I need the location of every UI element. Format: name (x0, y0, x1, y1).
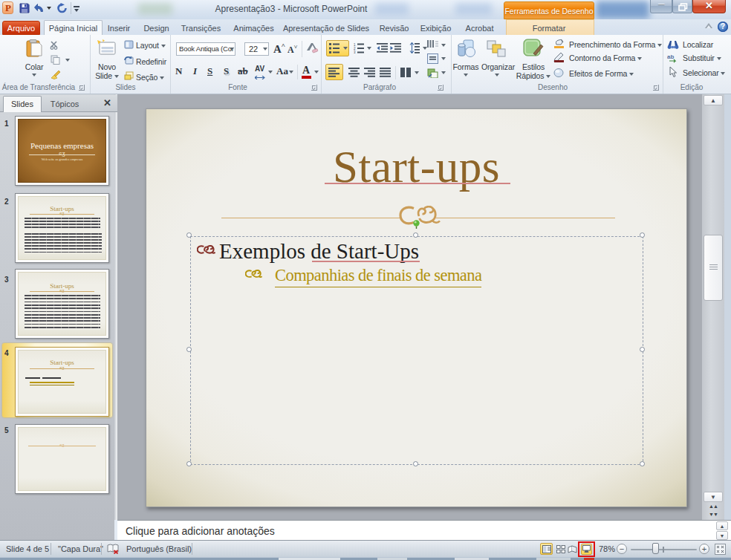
svg-text:ab: ab (667, 53, 674, 60)
svg-text:1: 1 (354, 43, 356, 47)
svg-text:3: 3 (354, 51, 356, 53)
